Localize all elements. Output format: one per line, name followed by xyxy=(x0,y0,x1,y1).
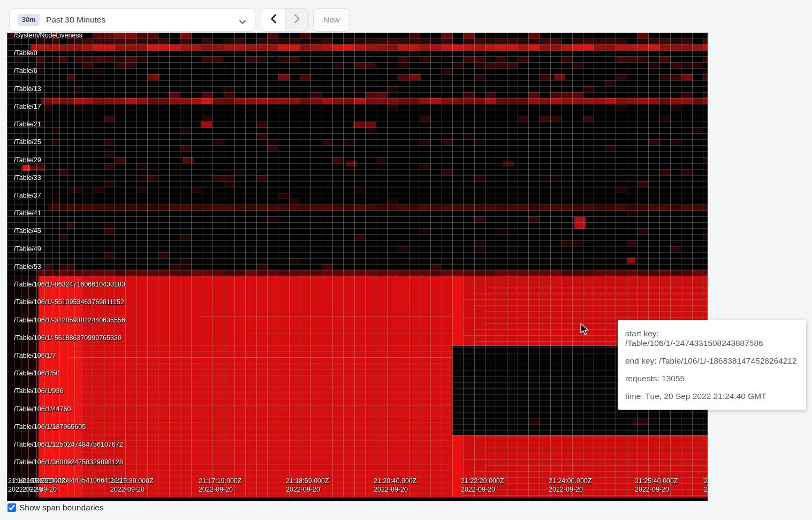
chevron-down-icon xyxy=(239,17,246,27)
time-nav-group xyxy=(262,8,309,32)
key-visualizer-chart: /System/NodeLiveness/Table/0/Table/6/Tab… xyxy=(7,33,708,501)
show-span-boundaries-label: Show span boundaries xyxy=(19,503,104,513)
heatmap-canvas[interactable] xyxy=(7,33,708,501)
now-button[interactable]: Now xyxy=(313,8,350,32)
range-tooltip: start key: /Table/106/1/-247433150824388… xyxy=(618,320,806,410)
duration-badge: 30m xyxy=(18,14,40,26)
time-range-dropdown[interactable]: 30m Past 30 Minutes xyxy=(9,8,255,32)
prev-time-button[interactable] xyxy=(262,9,285,31)
toolbar: 30m Past 30 Minutes Now xyxy=(0,0,812,33)
chevron-left-icon xyxy=(270,14,277,26)
footer: Show span boundaries xyxy=(7,503,104,513)
next-time-button[interactable] xyxy=(285,9,308,31)
tooltip-requests: requests: 13055 xyxy=(625,374,799,383)
duration-label: Past 30 Minutes xyxy=(46,15,105,25)
tooltip-time: time: Tue, 20 Sep 2022 21:24:40 GMT xyxy=(625,391,799,401)
tooltip-start-key: start key: /Table/106/1/-247433150824388… xyxy=(625,329,799,348)
tooltip-end-key: end key: /Table/106/1/-18683814745282642… xyxy=(625,356,799,366)
chevron-right-icon xyxy=(293,14,301,26)
show-span-boundaries-checkbox[interactable] xyxy=(7,503,16,512)
